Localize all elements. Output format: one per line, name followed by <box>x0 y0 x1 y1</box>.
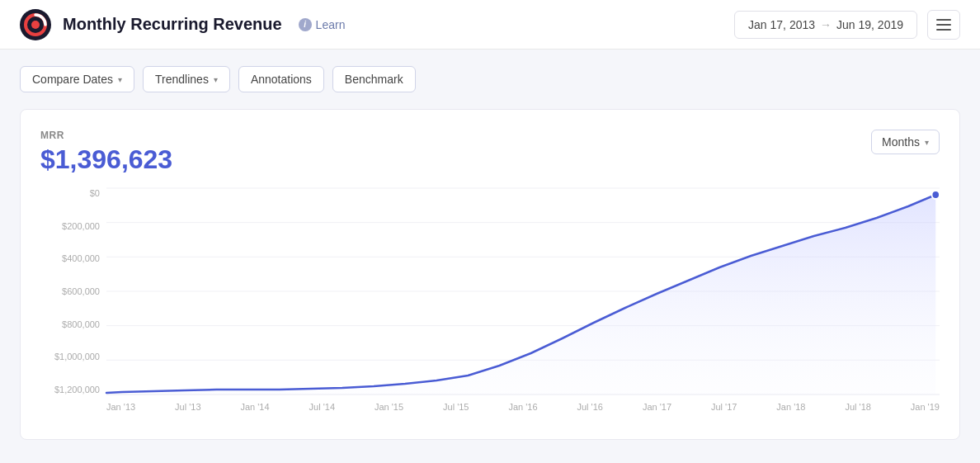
hamburger-icon <box>936 19 951 31</box>
x-label: Jul '18 <box>845 402 870 412</box>
x-label: Jan '19 <box>911 402 940 412</box>
date-start: Jan 17, 2013 <box>748 18 815 31</box>
chart-toolbar: Compare Dates ▾ Trendlines ▾ Annotations… <box>20 66 960 92</box>
date-end: Jun 19, 2019 <box>836 18 903 31</box>
y-label: $1,200,000 <box>40 385 106 394</box>
months-label: Months <box>882 135 920 149</box>
y-label: $600,000 <box>40 286 106 296</box>
y-label: $400,000 <box>40 253 106 263</box>
months-select[interactable]: Months ▾ <box>871 130 940 154</box>
y-axis: $1,200,000 $1,000,000 $800,000 $600,000 … <box>40 188 106 394</box>
menu-button[interactable] <box>927 10 960 40</box>
learn-label: Learn <box>316 18 346 31</box>
chevron-down-icon: ▾ <box>214 75 218 84</box>
chart-inner <box>106 188 940 394</box>
x-label: Jan '15 <box>375 402 403 412</box>
benchmark-button[interactable]: Benchmark <box>332 66 416 92</box>
y-label: $1,000,000 <box>40 352 106 361</box>
info-icon: i <box>299 18 312 31</box>
mrr-label: MRR <box>40 130 172 141</box>
date-range-picker[interactable]: Jan 17, 2013 → Jun 19, 2019 <box>734 11 917 39</box>
x-label: Jan '16 <box>508 402 537 412</box>
chevron-down-icon: ▾ <box>925 138 929 147</box>
svg-point-2 <box>31 21 40 29</box>
x-label: Jul '16 <box>577 402 602 412</box>
mrr-info: MRR $1,396,623 <box>40 130 172 175</box>
y-label: $0 <box>40 188 106 198</box>
logo-icon <box>20 9 51 40</box>
x-label: Jan '18 <box>776 402 805 412</box>
chart-area: $1,200,000 $1,000,000 $800,000 $600,000 … <box>40 188 940 419</box>
chart-svg <box>106 188 940 394</box>
page-title: Monthly Recurring Revenue <box>63 15 282 34</box>
mrr-value: $1,396,623 <box>40 144 172 175</box>
benchmark-label: Benchmark <box>345 73 403 86</box>
x-label: Jul '15 <box>443 402 469 412</box>
compare-dates-label: Compare Dates <box>32 73 113 86</box>
y-label: $200,000 <box>40 221 106 231</box>
chart-header: MRR $1,396,623 Months ▾ <box>40 130 940 175</box>
x-label: Jul '13 <box>175 402 200 412</box>
compare-dates-button[interactable]: Compare Dates ▾ <box>20 66 134 92</box>
x-label: Jan '13 <box>106 402 135 412</box>
x-label: Jan '17 <box>643 402 671 412</box>
chart-card: MRR $1,396,623 Months ▾ $1,200,000 $1,00… <box>20 109 960 440</box>
x-label: Jan '14 <box>240 402 269 412</box>
annotations-label: Annotations <box>251 73 312 86</box>
main-content: Compare Dates ▾ Trendlines ▾ Annotations… <box>0 50 980 456</box>
x-label: Jul '17 <box>711 402 737 412</box>
x-axis: Jan '13 Jul '13 Jan '14 Jul '14 Jan '15 … <box>106 394 940 419</box>
learn-button[interactable]: i Learn <box>292 15 352 35</box>
annotations-button[interactable]: Annotations <box>238 66 324 92</box>
chevron-down-icon: ▾ <box>118 75 122 84</box>
trendlines-label: Trendlines <box>155 73 209 86</box>
y-label: $800,000 <box>40 319 106 329</box>
x-label: Jul '14 <box>309 402 335 412</box>
header: Monthly Recurring Revenue i Learn Jan 17… <box>0 0 980 50</box>
svg-point-10 <box>931 191 940 199</box>
date-separator: → <box>820 18 832 31</box>
trendlines-button[interactable]: Trendlines ▾ <box>143 66 230 92</box>
